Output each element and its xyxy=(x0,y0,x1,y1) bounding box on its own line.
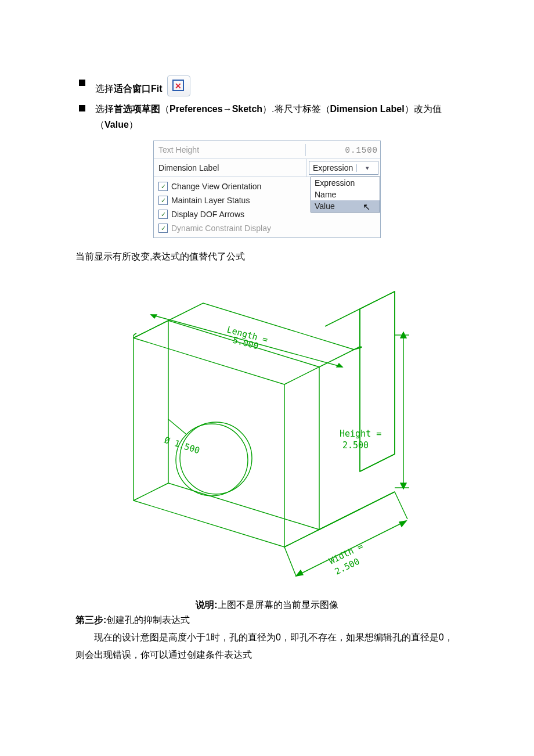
caption-text: 当前显示有所改变,表达式的值替代了公式 xyxy=(75,244,459,268)
note-text: 上图不是屏幕的当前显示图像 xyxy=(218,600,338,610)
pref-label: Text Height xyxy=(154,143,305,157)
checkbox-icon[interactable]: ✓ xyxy=(158,210,168,219)
svg-marker-6 xyxy=(337,363,342,367)
combo-value: Expression xyxy=(309,163,356,172)
bold-text: Sketch xyxy=(232,104,262,114)
pref-label: Dimension Label xyxy=(154,161,306,175)
arrow-text: → xyxy=(223,104,232,114)
checkbox-label: Maintain Layer Status xyxy=(171,196,250,205)
checkbox-row[interactable]: ✓ Change View Orientation xyxy=(158,182,261,191)
dimension-label-combo[interactable]: Expression ▾ xyxy=(309,161,378,175)
preferences-panel: Text Height 0.1500 Dimension Label Expre… xyxy=(153,141,381,238)
text: 选择 xyxy=(95,84,114,93)
text: .将尺寸标签（ xyxy=(272,104,330,114)
checkbox-icon[interactable]: ✓ xyxy=(158,224,168,233)
pref-row-dimension-label: Dimension Label Expression ▾ xyxy=(154,159,380,177)
dropdown-option-selected[interactable]: Value ↖ xyxy=(311,200,380,212)
cursor-icon: ↖ xyxy=(363,201,370,213)
svg-marker-17 xyxy=(296,570,303,576)
note-prefix: 说明: xyxy=(196,600,217,610)
chevron-down-icon[interactable]: ▾ xyxy=(356,164,378,172)
text: ） xyxy=(129,120,138,129)
bold-text: Dimension Label xyxy=(330,104,405,114)
fit-window-icon[interactable] xyxy=(167,75,190,96)
cad-figure: Ø 1.500 Length = 5.000 H xyxy=(75,268,459,593)
svg-point-1 xyxy=(180,422,252,494)
svg-line-20 xyxy=(395,492,407,519)
step-heading: 第三步:创建孔的抑制表达式 xyxy=(75,611,459,629)
dropdown-option[interactable]: Expression xyxy=(311,177,380,189)
bullet-item-preferences: 选择首选项草图（Preferences→Sketch）.将尺寸标签（Dimens… xyxy=(75,101,459,132)
checkbox-row[interactable]: ✓ Display DOF Arrows xyxy=(158,210,244,219)
pref-row-checkboxes: ✓ Change View Orientation ✓ Maintain Lay… xyxy=(154,177,380,237)
svg-line-2 xyxy=(168,419,186,434)
bold-text: Preferences xyxy=(169,104,223,114)
checkbox-label: Display DOF Arrows xyxy=(171,210,244,219)
svg-line-19 xyxy=(284,547,296,576)
checkbox-icon[interactable]: ✓ xyxy=(158,182,168,191)
bullet-item-fit: 选择适合窗口Fit xyxy=(75,75,459,96)
text: ） xyxy=(262,104,272,114)
step-title: 创建孔的抑制表达式 xyxy=(106,615,190,625)
checkbox-row[interactable]: ✓ Dynamic Constraint Display xyxy=(158,224,271,233)
figure-note: 说明:上图不是屏幕的当前显示图像 xyxy=(75,599,459,611)
bold-text: Value xyxy=(104,120,129,129)
dropdown-option-label: Value xyxy=(315,201,335,211)
document-page: 选择适合窗口Fit 选择首选项草图（Preferences→Sketch）.将尺… xyxy=(0,0,534,699)
bold-text: 首选项草图 xyxy=(114,104,160,114)
checkbox-label: Dynamic Constraint Display xyxy=(171,224,271,233)
svg-text:Height =: Height = xyxy=(340,429,381,439)
svg-point-0 xyxy=(176,424,248,496)
dimension-label-dropdown[interactable]: Expression Name Value ↖ xyxy=(311,177,380,213)
dropdown-option[interactable]: Name xyxy=(311,189,380,200)
pref-value[interactable]: 0.1500 xyxy=(308,146,381,155)
text: （ xyxy=(160,104,169,114)
bold-text: 适合窗口Fit xyxy=(114,84,163,93)
step-label: 第三步: xyxy=(75,615,106,625)
checkbox-row[interactable]: ✓ Maintain Layer Status xyxy=(158,196,250,205)
text: 选择 xyxy=(95,104,114,114)
checkbox-icon[interactable]: ✓ xyxy=(158,196,168,205)
checkbox-label: Change View Orientation xyxy=(171,182,261,191)
pref-row-text-height: Text Height 0.1500 xyxy=(154,141,380,159)
svg-marker-5 xyxy=(151,315,157,318)
bullet-list: 选择适合窗口Fit 选择首选项草图（Preferences→Sketch）.将尺… xyxy=(75,75,459,132)
svg-text:2.500: 2.500 xyxy=(342,440,369,451)
svg-marker-18 xyxy=(399,521,406,527)
body-paragraph: 现在的设计意图是高度小于1时，孔的直径为0，即孔不存在，如果想编辑孔的直径是0，… xyxy=(75,629,459,664)
